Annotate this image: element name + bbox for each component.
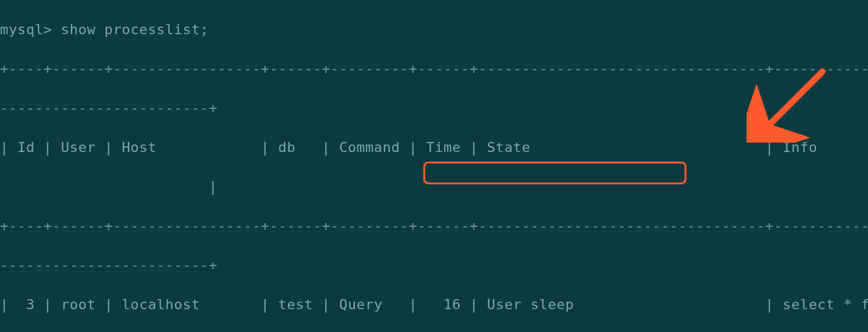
prompt: mysql> — [0, 22, 52, 37]
terminal-output: mysql> show processlist; +----+------+--… — [0, 0, 868, 332]
annotation-highlight-box — [423, 162, 686, 184]
separator-row: +----+------+-----------------+------+--… — [0, 216, 868, 236]
separator-row: +----+------+-----------------+------+--… — [0, 59, 868, 79]
sql-command: show processlist; — [61, 22, 209, 37]
table-row: | 3 | root | localhost | test | Query | … — [0, 295, 868, 314]
header-row: | Id | User | Host | db | Command | Time… — [0, 137, 868, 157]
